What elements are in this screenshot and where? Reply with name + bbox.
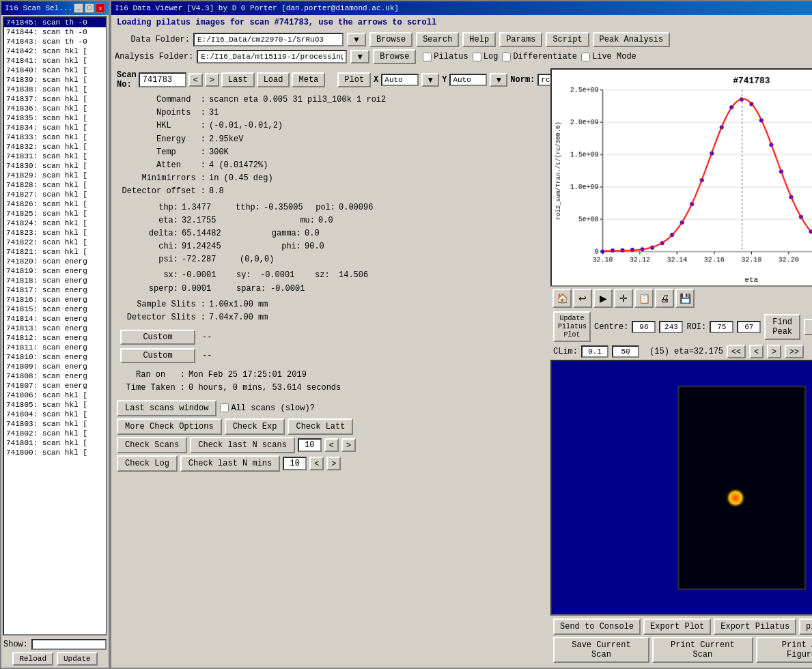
scan-list-item[interactable]: 741813: scan energ xyxy=(4,324,106,333)
scan-list-item[interactable]: 741809: scan energ xyxy=(4,362,106,371)
all-scans-checkbox[interactable] xyxy=(220,403,229,412)
show-input[interactable] xyxy=(31,639,107,650)
reload-button[interactable]: Reload xyxy=(12,652,53,666)
nav-l-btn[interactable]: < xyxy=(749,345,764,358)
last-scans-window-btn[interactable]: Last scans window xyxy=(117,400,216,416)
scan-list-item[interactable]: 741801: scan hkl [ xyxy=(4,438,106,448)
y-arrow-btn[interactable]: ▼ xyxy=(490,73,507,87)
left-maximize-btn[interactable]: □ xyxy=(85,3,94,13)
scan-list-item[interactable]: 741814: scan energ xyxy=(4,314,106,324)
scan-list-item[interactable]: 741843: scan th -0 xyxy=(4,37,106,46)
clim-max-input[interactable] xyxy=(612,345,639,358)
scan-next-btn[interactable]: > xyxy=(205,73,219,87)
print-all-figures-btn[interactable]: Print All Figures xyxy=(756,637,812,663)
left-close-btn[interactable]: ✕ xyxy=(96,3,105,13)
scan-list-item[interactable]: 741807: scan energ xyxy=(4,381,106,390)
roi-h-input[interactable] xyxy=(737,321,761,333)
export-pilatus-btn[interactable]: Export Pilatus xyxy=(714,618,796,635)
nav-ll-btn[interactable]: << xyxy=(727,345,746,358)
nav-r-btn[interactable]: > xyxy=(767,345,781,358)
load-button[interactable]: Load xyxy=(257,72,290,87)
check-scans-next-btn[interactable]: > xyxy=(341,438,356,452)
params-button[interactable]: Params xyxy=(499,32,542,47)
scan-list-item[interactable]: 741828: scan hkl [ xyxy=(4,180,106,190)
forward-tool-btn[interactable]: ▶ xyxy=(593,289,613,308)
check-scans-btn[interactable]: Check Scans xyxy=(117,437,187,453)
scan-list-item[interactable]: 741802: scan hkl [ xyxy=(4,429,106,438)
x-arrow-btn[interactable]: ▼ xyxy=(421,73,439,87)
live-mode-checkbox-label[interactable]: Live Mode xyxy=(581,52,636,61)
x-input[interactable] xyxy=(381,74,419,86)
y-input[interactable] xyxy=(449,74,487,86)
data-folder-arrow-btn[interactable]: ▼ xyxy=(347,33,366,46)
scan-list-item[interactable]: 741826: scan hkl [ xyxy=(4,199,106,209)
analysis-browse-button[interactable]: Browse xyxy=(373,49,416,64)
peak-analysis-button[interactable]: Peak Analysis xyxy=(593,32,671,47)
help-button[interactable]: Help xyxy=(462,32,496,47)
zoom-tool-btn[interactable]: ✛ xyxy=(614,289,633,308)
custom-button-2[interactable]: Custom xyxy=(120,348,195,363)
search-button[interactable]: Search xyxy=(416,32,459,47)
check-last-n-scans-input[interactable] xyxy=(298,438,322,452)
pil2hkl-btn[interactable]: pil2hkl xyxy=(799,618,812,635)
print-current-scan-btn[interactable]: Print Current Scan xyxy=(652,637,753,663)
update-button[interactable]: Update xyxy=(57,652,98,666)
scan-list-item[interactable]: 741827: scan hkl [ xyxy=(4,190,106,199)
live-mode-checkbox[interactable] xyxy=(581,53,590,61)
check-log-btn[interactable]: Check Log xyxy=(117,455,178,472)
check-last-n-scans-btn[interactable]: Check last N scans xyxy=(190,437,295,453)
scan-list-item[interactable]: 741804: scan hkl [ xyxy=(4,410,106,419)
scan-list-item[interactable]: 741818: scan energ xyxy=(4,276,106,285)
centre-x-input[interactable] xyxy=(632,321,656,333)
analysis-folder-arrow-btn[interactable]: ▼ xyxy=(350,50,369,63)
scan-list-item[interactable]: 741829: scan hkl [ xyxy=(4,171,106,180)
scan-list-item[interactable]: 741842: scan hkl [ xyxy=(4,46,106,56)
plot-button[interactable]: Plot xyxy=(337,72,371,87)
scan-list-item[interactable]: 741845: scan th -0 xyxy=(4,18,106,27)
scan-list-item[interactable]: 741811: scan energ xyxy=(4,343,106,352)
scan-list-item[interactable]: 741810: scan energ xyxy=(4,352,106,362)
scan-list-item[interactable]: 741840: scan hkl [ xyxy=(4,66,106,75)
save-tool-btn[interactable]: 💾 xyxy=(675,289,695,308)
save-current-scan-btn[interactable]: Save Current Scan xyxy=(553,637,649,663)
scan-list-item[interactable]: 741830: scan hkl [ xyxy=(4,161,106,171)
scan-list-item[interactable]: 741815: scan energ xyxy=(4,304,106,314)
scan-list-item[interactable]: 741836: scan hkl [ xyxy=(4,104,106,113)
check-mins-next-btn[interactable]: > xyxy=(326,457,341,470)
differentiate-checkbox-label[interactable]: Differentiate xyxy=(502,52,577,61)
data-folder-input[interactable] xyxy=(193,33,344,46)
scan-prev-btn[interactable]: < xyxy=(188,73,203,87)
check-last-n-mins-input[interactable] xyxy=(283,457,307,470)
scan-list-item[interactable]: 741819: scan energ xyxy=(4,266,106,276)
custom-button-1[interactable]: Custom xyxy=(120,330,195,345)
more-check-options-btn[interactable]: More Check Options xyxy=(117,418,222,435)
pan-tool-btn[interactable]: 📋 xyxy=(634,289,654,308)
print-tool-btn[interactable]: 🖨 xyxy=(655,289,674,308)
scan-list-item[interactable]: 741844: scan th -0 xyxy=(4,27,106,37)
scan-list-item[interactable]: 741832: scan hkl [ xyxy=(4,142,106,152)
scan-list-item[interactable]: 741837: scan hkl [ xyxy=(4,94,106,104)
roi2-btn[interactable]: roi2 xyxy=(804,319,812,335)
left-minimize-btn[interactable]: _ xyxy=(74,3,83,13)
scan-list-item[interactable]: 741824: scan hkl [ xyxy=(4,218,106,228)
scan-list-item[interactable]: 741833: scan hkl [ xyxy=(4,132,106,142)
scan-list-item[interactable]: 741820: scan energ xyxy=(4,257,106,266)
check-exp-btn[interactable]: Check Exp xyxy=(225,418,285,435)
scan-list-item[interactable]: 741800: scan hkl [ xyxy=(4,448,106,457)
scan-list-item[interactable]: 741822: scan hkl [ xyxy=(4,238,106,247)
scan-list-item[interactable]: 741839: scan hkl [ xyxy=(4,75,106,85)
check-scans-prev-btn[interactable]: < xyxy=(324,438,339,452)
roi-w-input[interactable] xyxy=(710,321,733,333)
scan-list-item[interactable]: 741821: scan hkl [ xyxy=(4,247,106,257)
nav-rr-btn[interactable]: >> xyxy=(785,345,804,358)
clim-min-input[interactable] xyxy=(581,345,608,358)
centre-y-input[interactable] xyxy=(659,321,683,333)
home-tool-btn[interactable]: 🏠 xyxy=(552,289,572,308)
scan-list-item[interactable]: 741808: scan energ xyxy=(4,371,106,381)
scan-list-item[interactable]: 741841: scan hkl [ xyxy=(4,56,106,66)
find-peak-btn[interactable]: Find Peak xyxy=(764,314,800,340)
scan-list-item[interactable]: 741825: scan hkl [ xyxy=(4,209,106,218)
scan-list-item[interactable]: 741834: scan hkl [ xyxy=(4,123,106,132)
scan-list-item[interactable]: 741805: scan hkl [ xyxy=(4,400,106,410)
log-checkbox[interactable] xyxy=(473,53,481,61)
